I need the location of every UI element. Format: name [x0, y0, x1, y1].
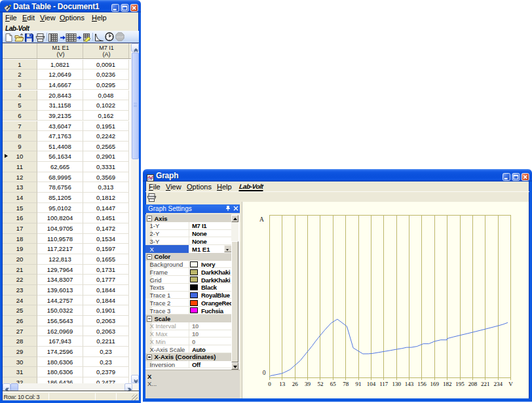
svg-text:65: 65: [330, 381, 337, 387]
svg-text:52: 52: [317, 381, 323, 387]
svg-text:26: 26: [292, 381, 299, 387]
svg-text:13: 13: [279, 381, 286, 387]
svg-text:0: 0: [263, 370, 266, 376]
svg-text:143: 143: [405, 381, 414, 387]
svg-text:91: 91: [356, 381, 362, 387]
svg-text:78: 78: [343, 381, 349, 387]
svg-text:A: A: [259, 216, 264, 223]
svg-text:STOP: STOP: [117, 35, 124, 39]
svg-text:130: 130: [392, 381, 401, 387]
svg-text:156: 156: [417, 381, 427, 387]
svg-text:234: 234: [493, 381, 503, 387]
svg-text:117: 117: [379, 381, 389, 387]
svg-text:0: 0: [268, 381, 271, 387]
svg-text:182: 182: [443, 381, 452, 387]
svg-text:221: 221: [481, 381, 490, 387]
svg-text:208: 208: [468, 381, 478, 387]
svg-text:169: 169: [430, 381, 440, 387]
svg-text:39: 39: [305, 381, 311, 387]
svg-text:195: 195: [455, 381, 465, 387]
svg-text:V: V: [508, 381, 513, 387]
svg-text:104: 104: [367, 381, 376, 387]
